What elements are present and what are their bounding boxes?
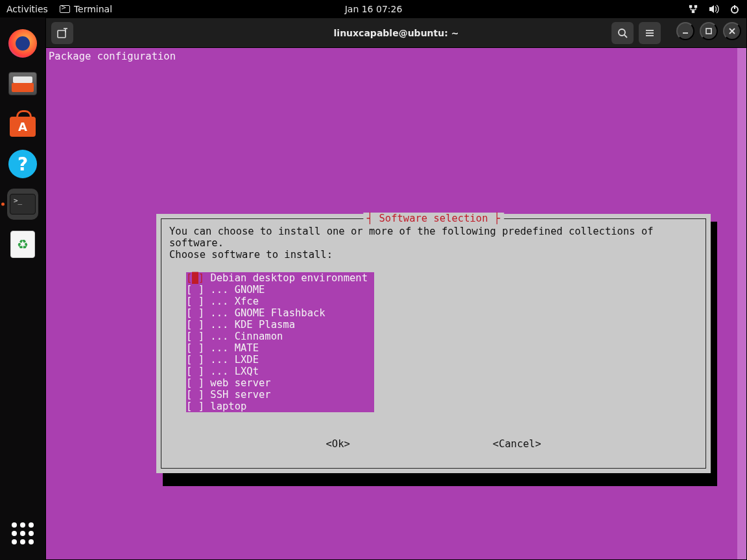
firefox-icon [8,29,37,58]
dialog-frame: ┤ Software selection ├ You can choose to… [161,218,706,469]
svg-line-9 [624,35,627,38]
svg-rect-5 [58,30,65,38]
list-item[interactable]: [ ] ... Cinnamon [186,331,374,342]
network-icon[interactable] [687,3,699,15]
list-item[interactable]: [ ] ... LXDE [186,354,374,366]
software-selection-dialog: ┤ Software selection ├ You can choose to… [156,214,711,473]
svg-rect-14 [706,29,711,34]
trash-icon [10,231,35,258]
list-item[interactable]: [█] Debian desktop environment [186,272,374,284]
package-configuration-header: Package configuration [46,48,746,65]
terminal-scrollbar[interactable] [737,48,746,559]
terminal-window: linuxcapable@ubuntu: ~ Package configura… [45,18,747,560]
window-titlebar: linuxcapable@ubuntu: ~ [46,18,746,48]
help-icon: ? [8,150,37,178]
list-item[interactable]: [ ] ... GNOME [186,284,374,296]
dock-app-software[interactable] [7,108,38,139]
software-icon [10,111,36,137]
window-maximize-button[interactable] [700,22,718,40]
window-title: linuxcapable@ubuntu: ~ [334,28,459,38]
volume-icon[interactable] [708,3,720,15]
search-button[interactable] [611,22,634,44]
files-icon [8,72,37,95]
list-item[interactable]: [ ] web server [186,377,374,389]
dialog-button-row: <Ok> <Cancel> [161,438,706,450]
dialog-description: You can choose to install one or more of… [169,226,698,249]
window-close-button[interactable] [723,22,741,40]
dock-app-help[interactable]: ? [7,148,38,180]
current-app-label: Terminal [74,4,112,14]
hamburger-menu-button[interactable] [639,22,661,44]
list-item[interactable]: [ ] ... Xfce [186,296,374,307]
current-app-indicator[interactable]: Terminal [60,4,112,14]
terminal-body[interactable]: Package configuration ┤ Software selecti… [46,48,746,559]
svg-rect-0 [689,5,692,7]
svg-point-8 [619,29,625,36]
dock-app-trash[interactable] [7,229,38,260]
list-item[interactable]: [ ] ... GNOME Flashback [186,307,374,319]
power-icon[interactable] [729,3,741,15]
cancel-button[interactable]: <Cancel> [493,438,541,450]
list-item[interactable]: [ ] laptop [186,401,374,412]
activities-button[interactable]: Activities [6,4,48,14]
list-item[interactable]: [ ] SSH server [186,389,374,401]
clock[interactable]: Jan 16 07:26 [345,4,403,14]
show-applications-button[interactable] [12,522,34,544]
terminal-app-icon [10,194,36,215]
dock-app-firefox[interactable] [7,28,38,59]
ubuntu-dock: ? [0,18,45,560]
dialog-prompt: Choose software to install: [169,249,333,261]
ok-button[interactable]: <Ok> [326,438,350,450]
software-list[interactable]: [█] Debian desktop environment [ ] ... G… [186,272,374,412]
dock-app-files[interactable] [7,68,38,99]
svg-rect-2 [692,10,694,12]
new-tab-button[interactable] [51,22,73,44]
list-item[interactable]: [ ] ... MATE [186,342,374,354]
dialog-title: ┤ Software selection ├ [363,213,504,224]
list-item[interactable]: [ ] ... LXQt [186,366,374,377]
dock-app-terminal[interactable] [7,189,38,220]
gnome-top-panel: Activities Terminal Jan 16 07:26 [0,0,747,18]
list-item[interactable]: [ ] ... KDE Plasma [186,319,374,331]
svg-rect-1 [694,5,697,7]
terminal-icon [60,5,70,13]
window-minimize-button[interactable] [676,22,694,40]
